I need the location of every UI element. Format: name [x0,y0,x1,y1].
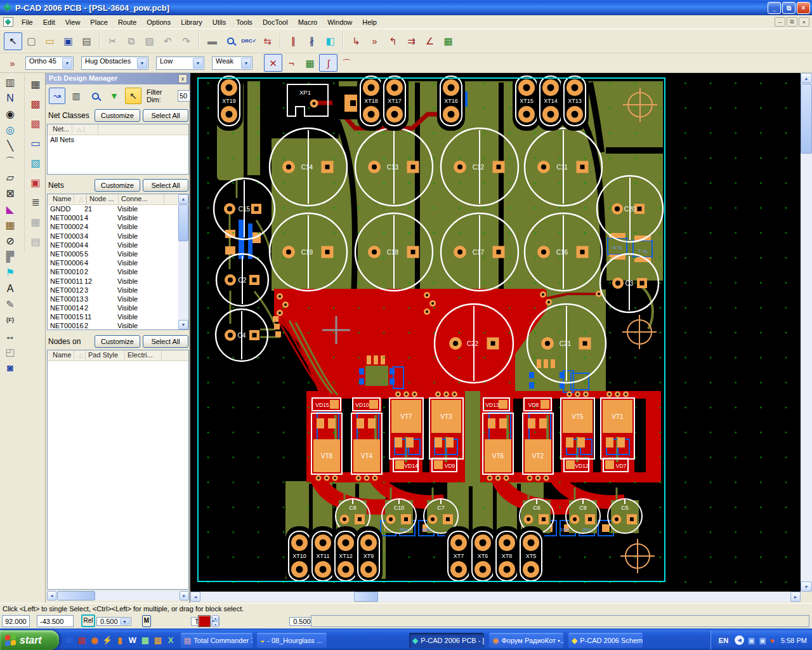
canvas-vscrollbar[interactable]: ▲ ▼ [801,73,812,592]
ql-daemon-tools-icon[interactable]: ⚡ [102,632,113,647]
route-undo-button[interactable]: ↰ [384,32,402,50]
corner-mode-button[interactable]: ¬ [282,54,301,72]
new-button[interactable]: ▢ [22,32,41,50]
ql-excel2-icon[interactable]: X [165,632,176,647]
menu-file[interactable]: File [16,17,38,28]
scroll-left-icon[interactable]: ◄ [47,591,56,600]
menu-window[interactable]: Window [322,17,357,28]
route-slant-button[interactable]: ∠ [421,32,439,50]
menu-place[interactable]: Place [85,17,113,28]
board-view-button[interactable]: ▦ [301,54,319,72]
net-row[interactable]: NET000102Visible [48,268,178,277]
drc-button[interactable]: DRC✓ [240,32,258,50]
panel-scrollbar[interactable]: ◄ ► [47,591,189,600]
net-row[interactable]: NET000142Visible [48,304,178,313]
scrollbar-thumb[interactable] [801,84,812,154]
place-detail-tool[interactable]: ◰ [1,344,19,360]
title-bar[interactable]: P-CAD 2006 PCB - [PSL-3604_pow.pcb] _ ⧉ … [0,0,812,15]
scroll-down-icon[interactable]: ▼ [801,581,812,592]
nets-scrollbar[interactable]: ▲ ▼ [178,194,188,329]
place-room-tool[interactable]: ▛ [1,249,19,265]
task-button-1[interactable]: ▤Total Commander 7... [181,633,252,648]
nets-view-button[interactable]: ↝ [49,88,65,104]
network2-icon[interactable]: ▣ [759,636,766,645]
net-class-row[interactable]: All Nets [48,135,188,145]
net-classes-customize-button[interactable]: Customize [95,109,140,122]
nodes-customize-button[interactable]: Customize [95,335,140,348]
scroll-up-icon[interactable]: ▲ [801,73,812,83]
start-button[interactable]: start [0,630,59,650]
mdi-close-button[interactable]: × [799,17,809,27]
scroll-right-icon[interactable]: ► [790,592,801,602]
spin-down-icon[interactable]: ▼ [212,621,219,627]
select-tool-button[interactable]: ↖ [4,32,22,50]
ql-folder-icon[interactable]: ▮ [114,632,126,647]
ql-firefox-icon[interactable]: ◉ [89,632,100,647]
zoom-window-button[interactable] [221,32,240,50]
priority-select[interactable]: Low▼ [156,56,204,70]
task-button-3[interactable]: ◆P-CAD 2006 PCB - [... [409,633,484,648]
filter-button[interactable]: ▼ [106,88,122,104]
pattern-view-button[interactable]: ▩ [27,94,44,114]
menu-options[interactable]: Options [141,17,176,28]
task-button-2[interactable]: ◒- 08_Hourglass ... [257,633,327,648]
nets-table[interactable]: Name△ Node ... Conne... GNDD21VisibleNET… [47,194,189,330]
net-optimize-button[interactable]: ⇆ [258,32,277,50]
route-interactive-button[interactable]: » [365,32,384,50]
relative-mode-button[interactable]: Rel [81,614,95,627]
place-arc-tool[interactable]: ⌒ [1,154,19,169]
bom-list-button[interactable]: ≣ [27,192,44,212]
nodes-table[interactable]: Name△ Pad Style Electri... [47,350,189,590]
picture-view-button[interactable]: ▧ [27,153,44,173]
place-keepout-tool[interactable]: ⊘ [1,233,19,249]
print-button[interactable]: ▤ [77,32,96,50]
x-coordinate-input[interactable]: 92.000 [2,615,30,627]
select-mode-button[interactable]: ↖ [125,88,141,104]
language-indicator[interactable]: EN [716,635,731,646]
net-row[interactable]: NET000024Visible [48,223,178,232]
mdi-minimize-button[interactable]: – [775,17,785,27]
chevron-down-icon[interactable]: ▼ [137,58,147,69]
network-icon[interactable]: ▣ [748,636,755,645]
zoom-to-button[interactable] [87,88,103,104]
menu-macro[interactable]: Macro [293,17,323,28]
no-record-button[interactable]: ∦ [303,32,321,50]
place-dimension-tool[interactable]: ↔ [1,328,19,344]
place-via-tool[interactable]: ◎ [1,122,19,138]
save-button[interactable]: ▣ [59,32,77,50]
place-text-tool[interactable]: A [1,281,19,296]
place-detail-blue-tool[interactable]: ◙ [1,360,19,376]
nodes-select-all-button[interactable]: Select All [143,335,188,348]
place-polygon-tool[interactable]: ▱ [1,169,19,185]
net-row[interactable]: NET000055Visible [48,250,178,259]
scroll-left-icon[interactable]: ◄ [190,592,200,602]
restore-button[interactable]: ⧉ [782,2,796,14]
net-row[interactable]: NET000133Visible [48,295,178,304]
scroll-right-icon[interactable]: ► [180,591,189,600]
net-row[interactable]: NET000034Visible [48,232,178,241]
place-pad-tool[interactable]: ◉ [1,106,19,122]
task-button-4[interactable]: ◉Форум РадиоКот •... [489,633,563,648]
y-coordinate-input[interactable]: -43.500 [37,615,74,627]
chevron-down-icon[interactable]: ▼ [241,58,251,69]
net-row[interactable]: NET000162Visible [48,322,178,329]
net-row[interactable]: GNDD21Visible [48,205,178,214]
ql-outlook-icon[interactable]: ✉ [63,632,75,647]
place-plane-tool[interactable]: ▦ [1,217,19,233]
spreadsheet-view-button[interactable]: ▦ [27,74,44,94]
panel-close-icon[interactable]: x [178,74,187,83]
net-row[interactable]: NET0001112Visible [48,277,178,286]
spin-up-icon[interactable]: ▲ [212,615,219,621]
ql-excel-icon[interactable]: ▦ [140,632,151,647]
menu-tools[interactable]: Tools [231,17,258,28]
scroll-down-icon[interactable]: ▼ [178,320,188,329]
grid-select[interactable]: 0.500▼ [96,617,131,626]
place-copper-pour-tool[interactable]: ◣ [1,201,19,217]
nets-customize-button[interactable]: Customize [95,179,140,192]
obstacle-mode-select[interactable]: Hug Obstacles▼ [81,56,148,70]
net-row[interactable]: NET000014Visible [48,214,178,223]
menu-library[interactable]: Library [176,17,207,28]
scroll-up-icon[interactable]: ▲ [178,194,188,204]
route-bus-button[interactable]: ⇉ [402,32,421,50]
place-connection-tool[interactable]: N [1,90,19,106]
